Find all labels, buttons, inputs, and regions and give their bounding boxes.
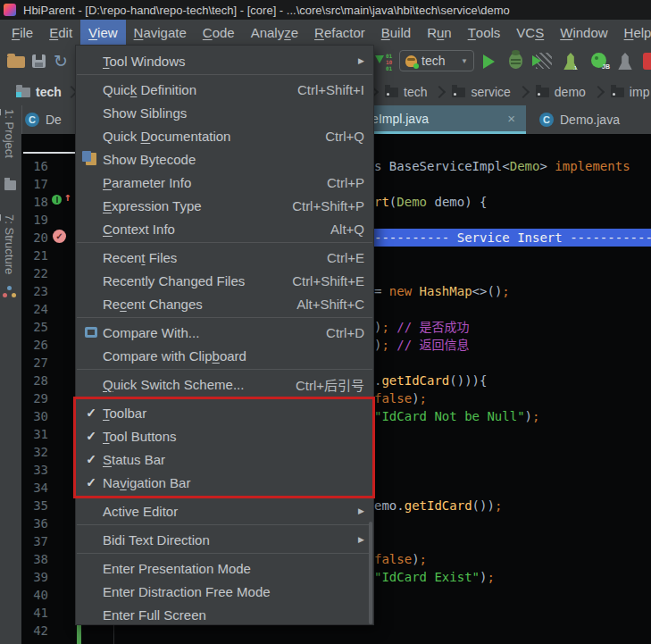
menubar-item-analyze[interactable]: Analyze (243, 20, 306, 45)
menubar-item-build[interactable]: Build (373, 20, 419, 45)
gutter-line-number: 17 (27, 175, 48, 193)
menu-item-enter-presentation-mode[interactable]: Enter Presentation Mode (76, 556, 373, 580)
gutter-line-number: 42 (27, 622, 48, 640)
menu-item-recently-changed-files[interactable]: Recently Changed FilesCtrl+Shift+E (76, 269, 373, 292)
icon-slot (81, 153, 101, 165)
submenu-arrow-icon: ▶ (358, 56, 364, 65)
menu-item-active-editor[interactable]: Active Editor▶ (76, 499, 373, 523)
code-line-23: = new HashMap<>(); (374, 282, 651, 300)
jrebel-debug-icon[interactable]: JB (591, 53, 606, 68)
red-edge-icon[interactable] (643, 53, 651, 70)
override-method-icon[interactable] (52, 195, 62, 205)
menubar-item-window[interactable]: Window (552, 20, 615, 45)
open-folder-icon[interactable] (7, 56, 25, 68)
menu-item-compare-with-clipboard[interactable]: Compare with Clipboard (76, 344, 373, 367)
breadcrumb-item-demo[interactable]: demo (536, 85, 586, 99)
menubar-item-navigate[interactable]: Navigate (126, 20, 195, 45)
submenu-arrow-icon: ▶ (358, 535, 364, 544)
save-all-icon[interactable] (32, 54, 46, 68)
nav-root-item[interactable]: tech (16, 79, 76, 105)
menubar-item-refactor[interactable]: Refactor (306, 20, 373, 45)
ide-window: HbiParent - [D:\repo-hand\repo-tech\tech… (0, 0, 651, 644)
override-up-arrow-icon: ↑ (64, 190, 71, 204)
icon-slot (81, 327, 101, 338)
menu-item-quick-switch-scheme[interactable]: Quick Switch Scheme...Ctrl+后引号 (76, 372, 373, 396)
gutter-line-number: 24 (27, 300, 48, 318)
menu-item-label: Enter Presentation Mode (103, 561, 251, 576)
debug-icon[interactable] (509, 53, 522, 69)
run-with-coverage-icon[interactable] (536, 53, 552, 69)
menu-item-quick-documentation[interactable]: Quick DocumentationCtrl+Q (76, 124, 373, 147)
nav-root-label: tech (36, 85, 62, 99)
breadcrumb-item-imp[interactable]: imp (611, 85, 650, 99)
menubar-item-edit[interactable]: Edit (41, 20, 80, 45)
code-line-35: emo.getIdCard()); (374, 497, 651, 514)
annotation-highlight-box (73, 397, 375, 498)
close-icon[interactable]: × (507, 111, 515, 126)
tomcat-icon (405, 55, 417, 67)
gutter-line-number: 34 (27, 479, 48, 497)
menu-item-compare-with[interactable]: Compare With...Ctrl+D (76, 321, 373, 344)
breadcrumb-label: tech (404, 85, 427, 99)
menu-item-show-siblings[interactable]: Show Siblings (76, 101, 373, 124)
code-line-16: s BaseServiceImpl<Demo> implements (374, 157, 651, 175)
gutter-line-number: 23 (27, 282, 48, 300)
gutter-line-number: 31 (27, 425, 48, 443)
gutter-line-number: 41 (27, 604, 48, 622)
jrebel-run-icon[interactable]: JR (563, 53, 578, 70)
breadcrumb-item-service[interactable]: service (452, 85, 510, 99)
menubar-item-vcs[interactable]: VCS (508, 20, 552, 45)
tab-serviceimpl-selected[interactable]: viceImpl.java × (353, 105, 526, 134)
code-line-26: ); // 返回信息 (374, 336, 651, 354)
breadcrumb: techservicedemoimp (368, 79, 651, 105)
chevron-down-icon: ▼ (461, 57, 468, 65)
menubar-item-view[interactable]: View (80, 20, 126, 45)
run-configuration-select[interactable]: tech ▼ (399, 50, 474, 71)
menu-item-label: Quick Switch Scheme... (103, 377, 244, 392)
breadcrumb-label: service (471, 85, 510, 99)
gutter-line-number: 22 (27, 264, 48, 282)
gutter-line-number: 28 (27, 372, 48, 389)
menu-item-context-info[interactable]: Context InfoAlt+Q (76, 217, 373, 240)
menu-item-show-bytecode[interactable]: Show Bytecode (76, 147, 373, 171)
menubar-item-tools[interactable]: Tools (460, 20, 509, 45)
menu-scrollbar[interactable] (369, 522, 372, 624)
menu-item-bidi-text-direction[interactable]: Bidi Text Direction▶ (76, 528, 373, 551)
left-tool-strip: 1: Project 7: Structure (0, 105, 22, 644)
structure-tool-icon[interactable] (7, 286, 12, 290)
tool-window-button-structure[interactable]: 7: Structure (3, 214, 16, 274)
menubar-item-run[interactable]: Run (419, 20, 460, 45)
tab-demo-partial[interactable]: C De (25, 105, 75, 134)
bookmark-check-icon[interactable]: ✓ (53, 230, 66, 243)
menubar-item-help[interactable]: Help (616, 20, 651, 45)
gutter-line-number: 35 (27, 497, 48, 514)
gutter-line-number: 18 (27, 193, 48, 211)
gutter-line-number: 40 (27, 586, 48, 604)
project-tool-icon[interactable] (4, 180, 16, 190)
menu-item-tool-windows[interactable]: Tool Windows▶ (76, 49, 373, 72)
breadcrumb-item-tech[interactable]: tech (385, 85, 427, 99)
menubar-item-code[interactable]: Code (195, 20, 243, 45)
menu-item-enter-distraction-free-mode[interactable]: Enter Distraction Free Mode (76, 580, 373, 603)
menu-item-quick-definition[interactable]: Quick DefinitionCtrl+Shift+I (76, 78, 373, 101)
code-line-20: ---------- Service Insert --------------… (374, 229, 651, 247)
menu-item-recent-changes[interactable]: Recent ChangesAlt+Shift+C (76, 292, 373, 315)
menu-item-recent-files[interactable]: Recent FilesCtrl+E (76, 246, 373, 269)
menu-item-parameter-info[interactable]: Parameter InfoCtrl+P (76, 171, 373, 194)
menu-item-enter-full-screen[interactable]: Enter Full Screen (76, 603, 373, 626)
tool-window-button-project[interactable]: 1: Project (3, 109, 16, 158)
editor-top-highlight (23, 152, 75, 154)
tab-demo-java[interactable]: C Demo.java (534, 105, 651, 134)
menu-item-expression-type[interactable]: Expression TypeCtrl+Shift+P (76, 194, 373, 217)
menu-item-label: Show Siblings (103, 105, 187, 121)
gutter-line-number: 38 (27, 550, 48, 568)
menu-separator (77, 74, 372, 75)
run-icon[interactable] (483, 54, 495, 69)
menu-item-label: Recent Changes (103, 297, 203, 312)
update-project-icon[interactable]: 011001 (375, 53, 395, 71)
synchronize-icon[interactable]: ↻ (54, 53, 68, 70)
gutter-line-number: 20 (27, 229, 48, 247)
menubar-item-file[interactable]: File (4, 20, 41, 45)
menu-shortcut: Ctrl+D (326, 325, 364, 340)
menu-separator (77, 369, 372, 370)
